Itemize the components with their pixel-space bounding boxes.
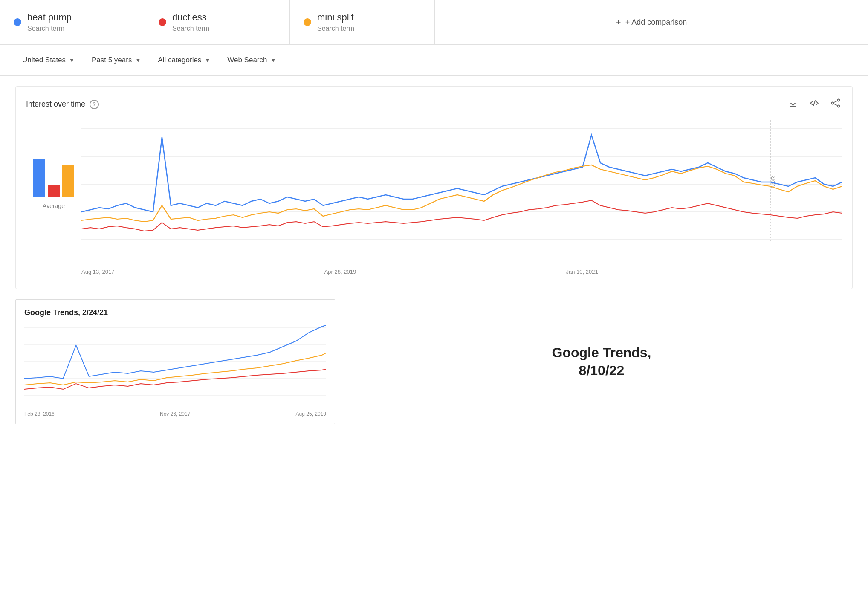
- add-comparison-label: + Add comparison: [625, 18, 687, 27]
- dot-mini-split: [304, 18, 311, 26]
- search-term-heat-pump[interactable]: heat pump Search term: [0, 0, 145, 44]
- heat-pump-type: Search term: [27, 25, 72, 32]
- chart-x-labels: Aug 13, 2017 Apr 28, 2019 Jan 10, 2021: [81, 265, 842, 275]
- small-chart-svg: 100 75 50 25: [24, 323, 326, 408]
- search-term-ductless[interactable]: ductless Search term: [145, 0, 290, 44]
- period-chevron-icon: ▼: [135, 57, 141, 64]
- dot-ductless: [159, 18, 166, 26]
- avg-label: Average: [43, 203, 65, 209]
- heat-pump-name: heat pump: [27, 12, 72, 23]
- chart-title-area: Interest over time ?: [26, 100, 99, 109]
- share-button[interactable]: [829, 97, 842, 112]
- x-label-1: Aug 13, 2017: [81, 269, 114, 275]
- mini-split-name: mini split: [317, 12, 354, 23]
- region-chevron-icon: ▼: [69, 57, 75, 64]
- chart-title: Interest over time: [26, 100, 85, 109]
- avg-baseline: [26, 199, 81, 199]
- download-button[interactable]: [787, 97, 799, 112]
- help-icon[interactable]: ?: [90, 100, 99, 109]
- chart-svg: 100 75 50 25 NOR: [81, 120, 842, 265]
- small-x-label-3: Aug 25, 2019: [296, 411, 326, 417]
- chart-svg-wrap: 100 75 50 25 NOR: [81, 120, 842, 265]
- chart-actions: [787, 97, 842, 112]
- ductless-name: ductless: [172, 12, 209, 23]
- dot-heat-pump: [14, 18, 21, 26]
- search-type-chevron-icon: ▼: [270, 57, 276, 64]
- avg-bars: [33, 146, 74, 197]
- small-x-label-2: Nov 26, 2017: [160, 411, 190, 417]
- ductless-type: Search term: [172, 25, 209, 32]
- bottom-left-chart: Google Trends, 2/24/21 100 75 50 25: [15, 299, 335, 424]
- search-term-mini-split[interactable]: mini split Search term: [290, 0, 435, 44]
- plus-icon: +: [616, 17, 621, 28]
- chart-average: Average: [26, 120, 81, 209]
- bottom-left-title: Google Trends, 2/24/21: [24, 308, 326, 317]
- search-terms-bar: heat pump Search term ductless Search te…: [0, 0, 868, 45]
- svg-point-1: [838, 105, 840, 107]
- bottom-right-title: Google Trends,8/10/22: [552, 344, 651, 379]
- add-comparison-button[interactable]: + + Add comparison: [435, 0, 868, 44]
- categories-label: All categories: [158, 56, 201, 64]
- x-label-2: Apr 28, 2019: [324, 269, 356, 275]
- search-type-label: Web Search: [227, 56, 267, 64]
- svg-point-2: [832, 102, 834, 104]
- embed-button[interactable]: [808, 97, 821, 112]
- chart-container: Average 100 75 50 25: [26, 120, 842, 275]
- small-chart-container: 100 75 50 25: [24, 323, 326, 408]
- svg-point-0: [838, 99, 840, 101]
- avg-bar-red: [48, 185, 60, 197]
- region-label: United States: [22, 56, 66, 64]
- search-type-filter[interactable]: Web Search ▼: [220, 52, 283, 68]
- chart-main: 100 75 50 25 NOR Aug 13,: [81, 120, 842, 275]
- ductless-text: ductless Search term: [172, 12, 209, 32]
- bottom-right-label: Google Trends,8/10/22: [335, 299, 868, 424]
- chart-header: Interest over time ?: [26, 97, 842, 112]
- small-x-label-1: Feb 28, 2016: [24, 411, 55, 417]
- filter-bar: United States ▼ Past 5 years ▼ All categ…: [0, 45, 868, 76]
- mini-split-text: mini split Search term: [317, 12, 354, 32]
- categories-chevron-icon: ▼: [205, 57, 210, 64]
- bottom-section: Google Trends, 2/24/21 100 75 50 25: [0, 299, 868, 424]
- avg-bar-blue: [33, 159, 45, 197]
- period-label: Past 5 years: [92, 56, 132, 64]
- region-filter[interactable]: United States ▼: [15, 52, 81, 68]
- small-x-labels: Feb 28, 2016 Nov 26, 2017 Aug 25, 2019: [24, 411, 326, 417]
- categories-filter[interactable]: All categories ▼: [151, 52, 217, 68]
- mini-split-type: Search term: [317, 25, 354, 32]
- chart-section: Interest over time ?: [15, 86, 853, 289]
- period-filter[interactable]: Past 5 years ▼: [85, 52, 148, 68]
- heat-pump-text: heat pump Search term: [27, 12, 72, 32]
- x-label-3: Jan 10, 2021: [566, 269, 598, 275]
- avg-bar-yellow: [62, 165, 74, 197]
